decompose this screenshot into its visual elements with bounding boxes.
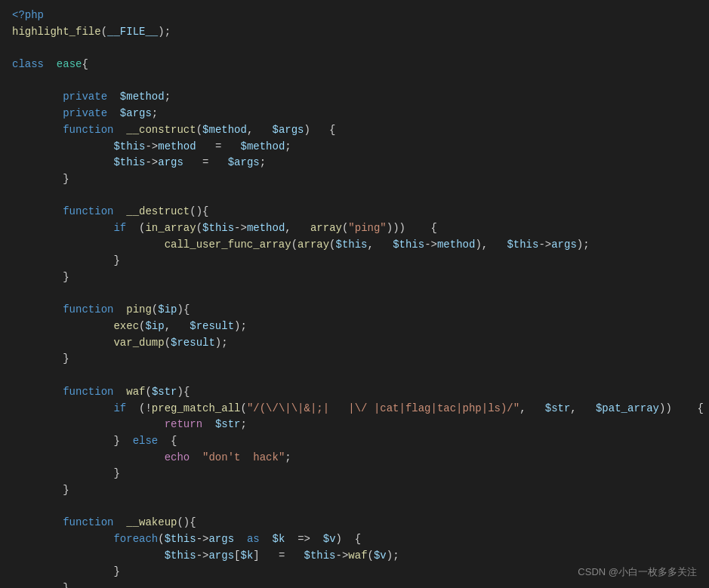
- code-line: function ping($ip){: [12, 302, 697, 319]
- code-line: [12, 368, 697, 384]
- code-line: [12, 40, 697, 57]
- code-line: function __construct($method, $args) {: [12, 122, 697, 139]
- code-viewer: <?phphighlight_file(__FILE__); class eas…: [0, 0, 709, 588]
- code-line: [12, 286, 697, 303]
- code-line: <?php: [12, 8, 697, 24]
- watermark: CSDN @小白一枚多多关注: [578, 565, 697, 579]
- code-line: if (!preg_match_all("/(\/\|\|&|;| |\/ |c…: [12, 401, 697, 417]
- code-line: function __wakeup(){: [12, 515, 697, 531]
- code-line: function waf($str){: [12, 384, 697, 401]
- code-line: [12, 73, 697, 90]
- code-line: exec($ip, $result);: [12, 319, 697, 335]
- code-line: }: [12, 466, 697, 482]
- code-line: }: [12, 269, 697, 286]
- code-line: }: [12, 253, 697, 269]
- code-line: return $str;: [12, 417, 697, 433]
- code-line: var_dump($result);: [12, 335, 697, 352]
- code-line: private $method;: [12, 89, 697, 106]
- code-line: $this->method = $method;: [12, 139, 697, 155]
- code-line: }: [12, 580, 697, 588]
- code-line: foreach($this->args as $k => $v) {: [12, 531, 697, 548]
- code-line: private $args;: [12, 106, 697, 122]
- code-line: } else {: [12, 433, 697, 450]
- code-line: echo "don't hack";: [12, 450, 697, 466]
- code-line: if (in_array($this->method, array("ping"…: [12, 220, 697, 237]
- code-line: call_user_func_array(array($this, $this-…: [12, 237, 697, 254]
- code-line: $this->args = $args;: [12, 155, 697, 171]
- code-line: $this->args[$k] = $this->waf($v);: [12, 548, 697, 565]
- code-line: highlight_file(__FILE__);: [12, 24, 697, 41]
- code-line: [12, 499, 697, 516]
- code-line: }: [12, 351, 697, 368]
- code-line: function __destruct(){: [12, 204, 697, 220]
- code-line: class ease{: [12, 57, 697, 73]
- code-line: }: [12, 482, 697, 499]
- code-line: }: [12, 171, 697, 188]
- code-line: [12, 188, 697, 205]
